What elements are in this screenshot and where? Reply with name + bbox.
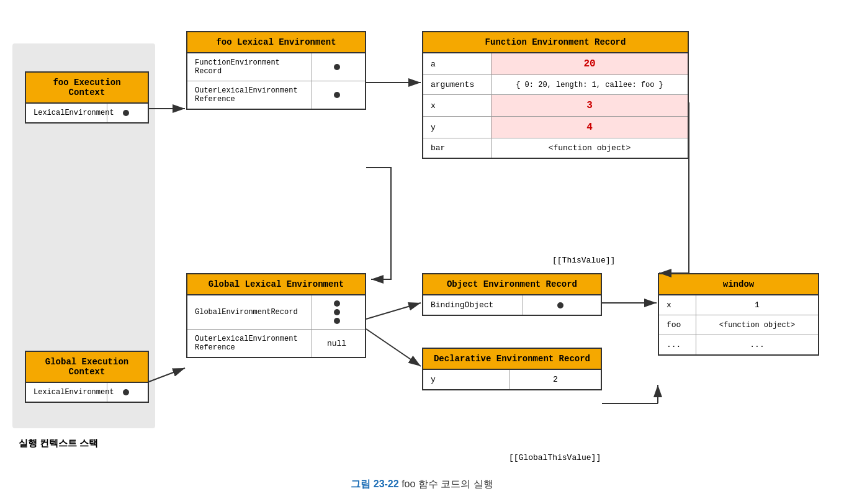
- decl-env-y-row: y 2: [423, 370, 601, 389]
- func-env-a-value: 20: [492, 53, 688, 74]
- diagram-area: 실행 컨텍스트 스택 foo Execution Context Lexical…: [12, 12, 832, 472]
- global-this-value-label: [[GlobalThisValue]]: [509, 453, 601, 462]
- foo-exec-ctx-lex-label: LexicalEnvironment: [26, 104, 107, 122]
- decl-env-y-value: 2: [510, 370, 601, 389]
- func-env-x-value: 3: [492, 95, 688, 116]
- exec-stack-label: 실행 컨텍스트 스택: [19, 438, 98, 449]
- decl-env-record-header: Declarative Environment Record: [423, 349, 601, 370]
- func-env-x-val-text: 3: [586, 100, 593, 111]
- obj-env-record-header: Object Environment Record: [423, 274, 601, 295]
- global-exec-ctx-lex-dot: [107, 383, 144, 402]
- global-exec-ctx-lex-label: LexicalEnvironment: [26, 383, 107, 402]
- func-env-args-row: arguments { 0: 20, length: 1, callee: fo…: [423, 75, 688, 95]
- foo-exec-ctx-row1: LexicalEnvironment: [26, 104, 148, 122]
- global-lex-env-header: Global Lexical Environment: [187, 274, 365, 295]
- func-env-bar-key: bar: [423, 138, 492, 158]
- this-value-label: [[ThisValue]]: [552, 256, 615, 265]
- foo-lex-env-func-label: FunctionEnvironment Record: [187, 53, 312, 81]
- caption: 그림 23-22 foo 함수 코드의 실행: [351, 478, 493, 491]
- foo-lex-env-outer-dot: [312, 81, 361, 109]
- main-container: 실행 컨텍스트 스택 foo Execution Context Lexical…: [0, 0, 844, 504]
- obj-env-record-box: Object Environment Record BindingObject: [422, 273, 602, 316]
- foo-exec-ctx-lex-dot: [107, 104, 144, 122]
- func-env-y-val-text: 4: [586, 122, 593, 133]
- func-env-a-row: a 20: [423, 53, 688, 75]
- func-env-bar-value: <function object>: [492, 138, 688, 158]
- window-box: window x 1 foo <function object> ... ...: [658, 273, 819, 356]
- window-etc-row: ... ...: [659, 335, 818, 354]
- func-env-x-row: x 3: [423, 95, 688, 117]
- global-lex-env-outer-value: null: [312, 330, 361, 357]
- global-lex-env-outer-label: OuterLexicalEnvironment Reference: [187, 330, 312, 357]
- window-foo-value: <function object>: [696, 315, 818, 335]
- func-env-y-key: y: [423, 117, 492, 138]
- func-env-y-row: y 4: [423, 117, 688, 138]
- decl-env-y-key: y: [423, 370, 510, 389]
- window-x-row: x 1: [659, 295, 818, 315]
- window-foo-row: foo <function object>: [659, 315, 818, 335]
- svg-line-6: [366, 329, 421, 366]
- window-header: window: [659, 274, 818, 295]
- global-lex-env-box: Global Lexical Environment GlobalEnviron…: [186, 273, 366, 358]
- caption-fig: 그림 23-22: [351, 479, 398, 489]
- svg-line-5: [366, 303, 421, 319]
- window-x-key: x: [659, 295, 696, 315]
- window-etc-key: ...: [659, 335, 696, 354]
- global-exec-ctx-row1: LexicalEnvironment: [26, 383, 148, 402]
- global-lex-env-record-label: GlobalEnvironmentRecord: [187, 295, 312, 329]
- foo-lex-env-row1: FunctionEnvironment Record: [187, 53, 365, 81]
- foo-exec-ctx-header: foo Execution Context: [26, 73, 148, 104]
- foo-lex-env-box: foo Lexical Environment FunctionEnvironm…: [186, 31, 366, 110]
- global-exec-ctx-box: Global Execution Context LexicalEnvironm…: [25, 351, 149, 403]
- decl-env-record-box: Declarative Environment Record y 2: [422, 348, 602, 390]
- global-lex-env-row1: GlobalEnvironmentRecord: [187, 295, 365, 330]
- window-x-value: 1: [696, 295, 818, 315]
- func-env-a-val-text: 20: [583, 58, 595, 70]
- obj-env-binding-dot: [523, 295, 597, 315]
- foo-lex-env-row2: OuterLexicalEnvironment Reference: [187, 81, 365, 109]
- foo-lex-env-header: foo Lexical Environment: [187, 32, 365, 53]
- func-env-x-key: x: [423, 95, 492, 116]
- window-etc-value: ...: [696, 335, 818, 354]
- global-exec-ctx-header: Global Execution Context: [26, 352, 148, 383]
- caption-text: foo 함수 코드의 실행: [402, 479, 493, 489]
- foo-lex-env-func-dot: [312, 53, 361, 81]
- window-foo-key: foo: [659, 315, 696, 335]
- func-env-record-box: Function Environment Record a 20 argumen…: [422, 31, 689, 159]
- func-env-record-header: Function Environment Record: [423, 32, 688, 53]
- global-lex-env-outer-row: OuterLexicalEnvironment Reference null: [187, 330, 365, 357]
- foo-lex-env-outer-label: OuterLexicalEnvironment Reference: [187, 81, 312, 109]
- global-lex-env-record-dots: [312, 295, 361, 329]
- func-env-args-key: arguments: [423, 75, 492, 94]
- func-env-y-value: 4: [492, 117, 688, 138]
- obj-env-record-row1: BindingObject: [423, 295, 601, 315]
- func-env-bar-row: bar <function object>: [423, 138, 688, 158]
- func-env-args-value: { 0: 20, length: 1, callee: foo }: [492, 75, 688, 94]
- func-env-a-key: a: [423, 53, 492, 74]
- obj-env-binding-label: BindingObject: [423, 295, 523, 315]
- foo-exec-ctx-box: foo Execution Context LexicalEnvironment: [25, 71, 149, 124]
